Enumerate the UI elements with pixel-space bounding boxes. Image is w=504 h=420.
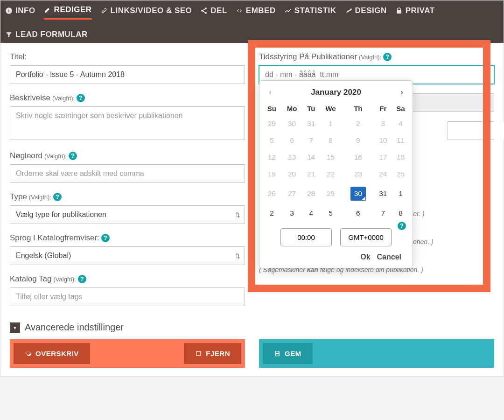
- calendar-day[interactable]: 15: [320, 149, 342, 166]
- calendar-day[interactable]: 24: [375, 166, 392, 182]
- calendar-day[interactable]: 1: [320, 115, 342, 132]
- calendar-day[interactable]: 20: [281, 166, 303, 182]
- tab-lead-formular[interactable]: LEAD FORMULAR: [5, 28, 88, 43]
- calendar-day[interactable]: 8: [320, 132, 342, 149]
- stepper-input[interactable]: [448, 122, 504, 140]
- calendar-day[interactable]: 13: [281, 149, 303, 166]
- svg-point-5: [205, 12, 207, 14]
- calendar-day[interactable]: 5: [320, 205, 342, 222]
- calendar-day[interactable]: 4: [392, 115, 410, 132]
- help-icon[interactable]: ?: [398, 222, 406, 230]
- calendar-day[interactable]: 30: [342, 182, 374, 205]
- refresh-icon: [25, 350, 32, 357]
- dow-header: Mo: [281, 102, 303, 115]
- calendar-day[interactable]: 9: [342, 132, 374, 149]
- calendar-day[interactable]: 30: [281, 115, 303, 132]
- timezone-input[interactable]: [340, 228, 392, 246]
- help-icon[interactable]: ?: [383, 53, 392, 61]
- calendar-day[interactable]: 7: [302, 132, 320, 149]
- calendar-day[interactable]: 18: [392, 149, 410, 166]
- calendar-day[interactable]: 10: [375, 132, 392, 149]
- tag-input[interactable]: [10, 287, 245, 306]
- tab-privat[interactable]: PRIVAT: [395, 3, 435, 20]
- advanced-toggle[interactable]: ▾ Avancerede indstillinger: [10, 322, 494, 333]
- brush-icon: [345, 7, 352, 14]
- calendar-day[interactable]: 16: [342, 149, 374, 166]
- keywords-input[interactable]: [10, 164, 245, 183]
- calendar-day[interactable]: 12: [262, 149, 281, 166]
- title-label: Titel:: [10, 52, 245, 62]
- title-input[interactable]: [10, 65, 245, 84]
- remove-button[interactable]: FJERN: [184, 343, 241, 364]
- trash-icon: [195, 350, 202, 357]
- calendar-day[interactable]: 2: [262, 205, 281, 222]
- tab-label: DESIGN: [355, 6, 387, 15]
- quantity-stepper[interactable]: ▲ ▼: [448, 121, 494, 140]
- tab-label: STATISTIK: [294, 6, 336, 15]
- calendar-day[interactable]: 29: [320, 182, 342, 205]
- calendar-day[interactable]: 21: [302, 166, 320, 182]
- calendar-day[interactable]: 1: [392, 182, 410, 205]
- advanced-label: Avancerede indstillinger: [25, 322, 124, 333]
- save-button[interactable]: GEM: [263, 343, 313, 364]
- tab-design[interactable]: DESIGN: [345, 3, 387, 20]
- calendar-day[interactable]: 7: [375, 205, 392, 222]
- calendar-day[interactable]: 14: [302, 149, 320, 166]
- dow-header: Tu: [302, 102, 320, 115]
- overwrite-button[interactable]: OVERSKRIV: [14, 343, 90, 364]
- ok-button[interactable]: Ok: [360, 253, 370, 261]
- calendar-day[interactable]: 6: [342, 205, 374, 222]
- pencil-icon: [44, 6, 51, 14]
- next-month-button[interactable]: ›: [400, 87, 403, 97]
- chart-icon: [284, 7, 292, 14]
- calendar-day[interactable]: 28: [302, 182, 320, 205]
- left-button-group: OVERSKRIV FJERN: [10, 339, 245, 368]
- calendar-day[interactable]: 5: [262, 132, 281, 149]
- calendar-day[interactable]: 31: [302, 115, 320, 132]
- svg-rect-2: [8, 9, 9, 9]
- calendar-day[interactable]: 2: [342, 115, 374, 132]
- tab-label: LEAD FORMULAR: [15, 30, 88, 39]
- calendar-day[interactable]: 19: [262, 166, 281, 182]
- tab-info[interactable]: INFO: [5, 3, 35, 20]
- calendar-day[interactable]: 8: [392, 205, 410, 222]
- code-icon: [236, 7, 243, 14]
- calendar-day[interactable]: 26: [262, 182, 281, 205]
- dow-header: Fr: [375, 102, 392, 115]
- type-select[interactable]: [10, 205, 245, 224]
- calendar-day[interactable]: 6: [281, 132, 303, 149]
- calendar-day[interactable]: 31: [375, 182, 392, 205]
- calendar-day[interactable]: 3: [375, 115, 392, 132]
- right-column: Tidsstyring På Publikationer (Valgfri): …: [259, 52, 494, 315]
- prev-month-button[interactable]: ‹: [269, 87, 272, 97]
- calendar-day[interactable]: 29: [262, 115, 281, 132]
- help-icon[interactable]: ?: [101, 234, 110, 242]
- calendar-day[interactable]: 25: [392, 166, 410, 182]
- tab-embed[interactable]: EMBED: [236, 3, 276, 20]
- calendar-day[interactable]: 23: [342, 166, 374, 182]
- tab-statistik[interactable]: STATISTIK: [284, 3, 336, 20]
- svg-point-4: [201, 10, 203, 12]
- calendar-day[interactable]: 22: [320, 166, 342, 182]
- tab-label: INFO: [15, 6, 35, 15]
- tab-label: EMBED: [246, 6, 276, 15]
- tab-rediger[interactable]: REDIGER: [44, 3, 92, 20]
- calendar-day[interactable]: 11: [392, 132, 410, 149]
- calendar-day[interactable]: 4: [302, 205, 320, 222]
- calendar-day[interactable]: 17: [375, 149, 392, 166]
- cancel-button[interactable]: Cancel: [377, 253, 401, 261]
- help-icon[interactable]: ?: [77, 94, 85, 102]
- language-select[interactable]: [10, 246, 245, 265]
- help-icon[interactable]: ?: [78, 275, 86, 283]
- keywords-label: Nøgleord (Valgfri): ?: [10, 151, 245, 161]
- calendar-day[interactable]: 27: [281, 182, 303, 205]
- description-textarea[interactable]: [10, 106, 245, 140]
- help-icon[interactable]: ?: [69, 152, 77, 160]
- tab-del[interactable]: DEL: [200, 3, 227, 20]
- timing-label: Tidsstyring På Publikationer (Valgfri): …: [259, 52, 494, 62]
- time-input[interactable]: [280, 228, 332, 246]
- tab-links-seo[interactable]: LINKS/VIDEO & SEO: [100, 3, 192, 20]
- help-icon[interactable]: ?: [53, 193, 62, 201]
- calendar-grid: SuMoTuWeThFrSa 2930311234567891011121314…: [262, 102, 410, 222]
- calendar-day[interactable]: 3: [281, 205, 303, 222]
